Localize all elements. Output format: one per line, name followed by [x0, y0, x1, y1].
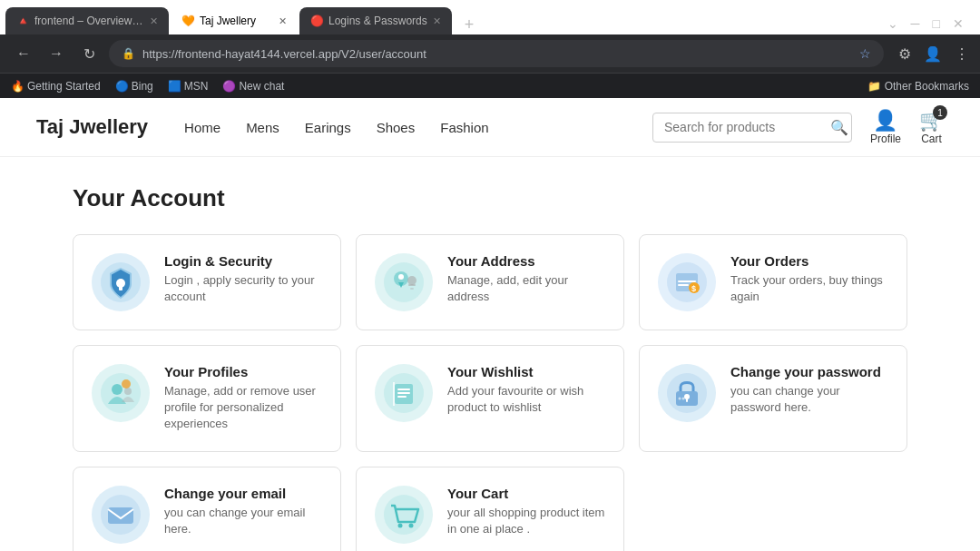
- bookmark-favicon-bing: 🔵: [115, 80, 128, 93]
- search-bar[interactable]: 🔍: [652, 113, 852, 143]
- extensions-icon[interactable]: ⚙: [898, 45, 911, 63]
- close-window-button[interactable]: ✕: [953, 16, 964, 31]
- card-your-orders[interactable]: $ Your Orders Track your orders, buy thi…: [639, 234, 907, 330]
- bookmark-favicon-new-chat: 🟣: [222, 80, 235, 93]
- svg-rect-7: [408, 284, 416, 286]
- svg-point-17: [124, 388, 132, 395]
- svg-point-28: [679, 398, 681, 400]
- reload-button[interactable]: ↻: [76, 41, 102, 66]
- folder-icon: 📁: [867, 80, 881, 93]
- minimize-button[interactable]: ─: [911, 16, 920, 31]
- your-profiles-content: Your Profiles Manage, add or remove user…: [164, 364, 322, 433]
- svg-rect-12: [678, 284, 689, 286]
- bookmark-label-bing: Bing: [132, 80, 153, 93]
- svg-point-34: [409, 523, 414, 527]
- bookmark-msn[interactable]: 🟦 MSN: [168, 80, 209, 93]
- change-password-icon: [658, 364, 716, 422]
- site-logo[interactable]: Taj Jwellery: [36, 115, 148, 139]
- change-password-content: Change your password you can change your…: [730, 364, 888, 416]
- cart-button[interactable]: 🛒 1 Cart: [919, 109, 944, 145]
- your-wishlist-content: Your Wishlist Add your favourite or wish…: [447, 364, 605, 416]
- profiles-svg: [99, 371, 142, 415]
- tab-close-taj[interactable]: ✕: [279, 15, 287, 27]
- url-star[interactable]: ☆: [859, 46, 871, 61]
- other-bookmarks[interactable]: 📁 Other Bookmarks: [867, 80, 969, 93]
- back-button[interactable]: ←: [11, 41, 36, 66]
- nav-shoes[interactable]: Shoes: [377, 120, 416, 135]
- lock-icon: 🔒: [122, 47, 135, 60]
- nav-home[interactable]: Home: [184, 120, 220, 135]
- tab-close-vercel[interactable]: ✕: [150, 15, 158, 27]
- maximize-button[interactable]: □: [933, 16, 940, 31]
- your-address-desc: Manage, add, edit your address: [447, 272, 605, 305]
- search-input[interactable]: [664, 120, 823, 134]
- forward-button[interactable]: →: [44, 41, 69, 66]
- nav-links: Home Mens Earings Shoes Fashion: [184, 120, 488, 135]
- svg-point-33: [398, 523, 403, 527]
- url-text: https://frontend-hayat4144.vercel.app/V2…: [142, 47, 852, 61]
- tab-favicon-taj: 🧡: [181, 15, 194, 27]
- page-title: Your Account: [73, 184, 907, 212]
- navbar-right: 🔍 👤 Profile 🛒 1 Cart: [652, 109, 944, 145]
- nav-fashion[interactable]: Fashion: [440, 120, 488, 135]
- bookmark-label-msn: MSN: [184, 80, 209, 93]
- profile-button[interactable]: 👤 Profile: [870, 109, 901, 145]
- email-svg: [99, 493, 142, 536]
- card-your-profiles[interactable]: Your Profiles Manage, add or remove user…: [73, 345, 341, 452]
- change-email-icon: [92, 486, 150, 544]
- page-content: Taj Jwellery Home Mens Earings Shoes Fas…: [0, 98, 980, 551]
- wishlist-svg: [382, 371, 426, 415]
- card-change-password[interactable]: Change your password you can change your…: [639, 345, 907, 452]
- login-security-title: Login & Security: [164, 253, 322, 269]
- card-login-security[interactable]: Login & Security Login , apply security …: [73, 234, 341, 330]
- bookmark-new-chat[interactable]: 🟣 New chat: [222, 80, 284, 93]
- bookmark-bing[interactable]: 🔵 Bing: [115, 80, 153, 93]
- tab-favicon-logins: 🔴: [310, 15, 323, 27]
- bookmarks-bar: 🔥 Getting Started 🔵 Bing 🟦 MSN 🟣 New cha…: [0, 73, 980, 98]
- your-profiles-desc: Manage, add or remove user profile for p…: [164, 383, 322, 433]
- new-tab-button[interactable]: +: [457, 15, 482, 34]
- bookmark-getting-started[interactable]: 🔥 Getting Started: [11, 80, 101, 93]
- your-address-title: Your Address: [447, 253, 605, 269]
- svg-point-5: [398, 274, 404, 280]
- change-email-desc: you can change your email here.: [164, 505, 322, 537]
- tab-taj[interactable]: 🧡 Taj Jwellery ✕: [171, 7, 298, 34]
- tab-close-logins[interactable]: ✕: [433, 15, 441, 27]
- url-bar[interactable]: 🔒 https://frontend-hayat4144.vercel.app/…: [109, 40, 884, 67]
- profile-label: Profile: [870, 133, 901, 145]
- profile-icon[interactable]: 👤: [924, 45, 942, 63]
- nav-mens[interactable]: Mens: [246, 120, 279, 135]
- svg-rect-31: [108, 507, 133, 524]
- tab-scroll-left[interactable]: ⌄: [887, 16, 898, 31]
- svg-point-6: [407, 276, 416, 285]
- tab-logins[interactable]: 🔴 Logins & Passwords ✕: [299, 7, 452, 34]
- search-icon: 🔍: [830, 119, 848, 136]
- svg-rect-27: [686, 398, 688, 402]
- tab-bar: 🔺 frontend – Overview - Vercel ✕ 🧡 Taj J…: [0, 0, 980, 34]
- svg-rect-2: [119, 286, 122, 290]
- tab-vercel[interactable]: 🔺 frontend – Overview - Vercel ✕: [5, 7, 169, 34]
- tab-title-logins: Logins & Passwords: [328, 15, 427, 27]
- orders-svg: $: [665, 261, 709, 304]
- menu-icon[interactable]: ⋮: [955, 45, 969, 63]
- login-security-content: Login & Security Login , apply security …: [164, 253, 322, 305]
- tab-title-taj: Taj Jwellery: [200, 15, 273, 27]
- address-svg: [382, 261, 426, 304]
- svg-rect-22: [397, 392, 410, 394]
- change-password-title: Change your password: [730, 364, 888, 379]
- login-security-desc: Login , apply security to your account: [164, 272, 322, 305]
- card-change-email[interactable]: Change your email you can change your em…: [73, 467, 341, 551]
- card-your-wishlist[interactable]: Your Wishlist Add your favourite or wish…: [356, 345, 624, 452]
- card-your-cart[interactable]: Your Cart your all shopping product item…: [356, 467, 624, 551]
- your-wishlist-desc: Add your favourite or wish product to wi…: [447, 383, 605, 416]
- svg-point-29: [682, 398, 685, 400]
- nav-buttons: ← → ↻: [11, 41, 102, 66]
- card-your-address[interactable]: Your Address Manage, add, edit your addr…: [356, 234, 624, 330]
- your-profiles-icon: [92, 364, 150, 422]
- your-orders-desc: Track your orders, buy things again: [730, 272, 888, 305]
- your-cart-icon: [375, 486, 433, 544]
- browser-action-buttons: ⚙ 👤 ⋮: [891, 45, 969, 63]
- your-wishlist-title: Your Wishlist: [447, 364, 605, 379]
- nav-earings[interactable]: Earings: [305, 120, 351, 135]
- bookmark-label-getting-started: Getting Started: [27, 80, 101, 93]
